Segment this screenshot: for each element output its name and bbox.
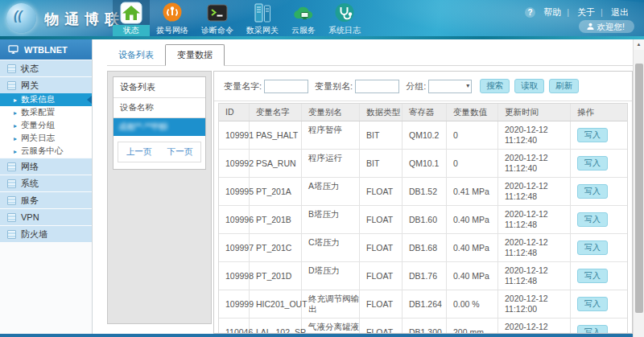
nav-item-cloud-service[interactable]: 云服务: [285, 0, 322, 36]
scroll-up-arrow-icon[interactable]: ▲: [634, 39, 644, 50]
cell-value: 0.40 MPa: [447, 262, 498, 290]
nav-label: 数采网关: [240, 25, 285, 36]
device-panel-title: 设备列表: [114, 77, 205, 98]
cell-operation: 写入: [571, 178, 627, 205]
nav-item-diagnostic-command[interactable]: 诊断命令: [195, 0, 240, 36]
group-label: 分组:: [406, 80, 426, 92]
nav-item-data-gateway[interactable]: 数采网关: [240, 0, 285, 36]
vertical-scrollbar[interactable]: ▲: [633, 39, 644, 337]
device-name: 成都**-**甲醇: [118, 121, 168, 131]
col-header-name: 变量名字: [250, 104, 302, 121]
scrollbar-thumb[interactable]: [635, 64, 643, 313]
write-button[interactable]: 写入: [577, 212, 608, 227]
list-icon: [7, 213, 16, 222]
help-link[interactable]: 帮助: [538, 7, 567, 17]
cell-value: 0.41 MPa: [447, 178, 498, 205]
cell-type: FLOAT: [360, 290, 402, 318]
filter-bar: 变量名字: 变量别名: 分组: ▾ 搜索 读取 刷新: [214, 72, 632, 101]
cell-updated: 2020-12-12 11:12:00: [498, 319, 571, 334]
cell-alias: A塔压力: [302, 178, 360, 205]
sidebar-item-vpn[interactable]: VPN: [0, 209, 92, 225]
about-link[interactable]: 关于: [572, 7, 601, 17]
top-right-links: ? 帮助| 关于| 退出: [525, 6, 634, 18]
variable-alias-input[interactable]: [355, 80, 399, 93]
nav-label: 系统日志: [322, 25, 367, 36]
cell-alias: B塔压力: [302, 206, 360, 233]
tab-variable-data[interactable]: 变量数据: [165, 44, 225, 66]
write-button[interactable]: 写入: [577, 240, 608, 255]
col-header-register: 寄存器: [402, 104, 447, 121]
table-row: 109998PT_201DD塔压力FLOATDB1.760.40 MPa2020…: [219, 262, 627, 290]
device-list-panel: 设备列表 设备名称 成都**-**甲醇 上一页 下一页: [107, 71, 212, 324]
sidebar-item-gateway[interactable]: 网关: [0, 77, 92, 93]
dial-network-icon: [161, 2, 184, 27]
banner-bottom-strip: [0, 36, 644, 39]
cell-id: 109991: [219, 121, 250, 149]
device-prev-page-link[interactable]: 上一页: [126, 146, 152, 158]
sidebar-subitem-label: 数采信息: [21, 94, 55, 105]
cell-type: FLOAT: [360, 262, 402, 290]
write-button[interactable]: 写入: [577, 128, 608, 142]
sidebar-item-label: 网关: [21, 80, 39, 92]
device-next-page-link[interactable]: 下一页: [167, 146, 193, 158]
sidebar-subitem-data-collection-config[interactable]: ▸ 数采配置: [0, 106, 92, 119]
cell-register: QM10.2: [402, 121, 447, 149]
cell-type: FLOAT: [360, 319, 402, 334]
sidebar-item-firewall[interactable]: 防火墙: [0, 226, 92, 242]
write-button[interactable]: 写入: [577, 156, 608, 171]
sidebar-item-status[interactable]: 状态: [0, 60, 92, 76]
sidebar-item-service[interactable]: 服务: [0, 192, 92, 208]
cell-register: DB1.68: [402, 234, 447, 261]
cell-operation: 写入: [571, 290, 627, 318]
table-row: 109999HIC201_OUT终充调节阀输出FLOATDB1.2640.00 …: [219, 290, 627, 319]
cell-value: 0.40 MPa: [447, 206, 498, 233]
write-button[interactable]: 写入: [577, 325, 608, 334]
top-banner: (( 物通博联 状态 拨号网络 诊断命令 数采网关: [0, 0, 644, 36]
cell-alias: D塔压力: [302, 262, 360, 290]
cell-name: PSA_RUN: [250, 150, 302, 177]
sidebar-subitem-cloud-center[interactable]: ▸ 云服务中心: [0, 145, 92, 158]
cell-type: BIT: [360, 121, 402, 149]
cell-alias: 程序暂停: [302, 121, 360, 149]
list-icon: [7, 162, 16, 171]
device-list-item-selected[interactable]: 成都**-**甲醇: [114, 118, 205, 136]
search-button[interactable]: 搜索: [480, 79, 510, 93]
variable-alias-label: 变量别名:: [315, 80, 353, 92]
user-icon: [587, 23, 594, 30]
tab-device-list[interactable]: 设备列表: [107, 45, 165, 65]
col-header-value: 变量数值: [447, 104, 498, 121]
sidebar-subitem-label: 网关日志: [21, 133, 55, 144]
sidebar-item-network[interactable]: 网络: [0, 158, 92, 175]
cell-updated: 2020-12-12 11:12:48: [498, 262, 571, 290]
refresh-button[interactable]: 刷新: [549, 79, 579, 93]
logout-link[interactable]: 退出: [605, 7, 634, 17]
col-header-operation: 操作: [571, 104, 627, 121]
sidebar-subitem-variable-group[interactable]: ▸ 变量分组: [0, 119, 92, 132]
col-header-id: ID: [219, 104, 250, 121]
nav-item-system-log[interactable]: 系统日志: [322, 0, 367, 36]
group-select[interactable]: ▾: [428, 80, 472, 93]
col-header-alias: 变量别名: [302, 104, 360, 121]
write-button[interactable]: 写入: [577, 297, 608, 311]
sidebar-subitem-data-collection-info[interactable]: ▸ 数采信息: [0, 93, 92, 106]
sidebar-item-label: 防火墙: [21, 228, 47, 240]
cell-operation: 写入: [571, 150, 627, 177]
cell-id: 109997: [219, 234, 250, 261]
cell-updated: 2020-12-12 11:12:48: [498, 178, 571, 205]
cell-id: 109999: [219, 290, 250, 318]
read-button[interactable]: 读取: [514, 79, 544, 93]
variable-name-input[interactable]: [264, 80, 308, 93]
arrow-bullet-icon: ▸: [14, 122, 17, 129]
write-button[interactable]: 写入: [577, 269, 608, 283]
nav-item-status[interactable]: 状态: [113, 0, 150, 36]
nav-item-dial-network[interactable]: 拨号网络: [150, 0, 195, 36]
sidebar-item-system[interactable]: 系统: [0, 175, 92, 191]
cell-updated: 2020-12-12 11:12:48: [498, 234, 571, 261]
sidebar-subitem-gateway-log[interactable]: ▸ 网关日志: [0, 132, 92, 145]
sidebar-subitem-label: 数采配置: [21, 107, 55, 118]
cell-type: BIT: [360, 150, 402, 177]
nav-label: 诊断命令: [195, 25, 240, 36]
write-button[interactable]: 写入: [577, 184, 608, 199]
cell-updated: 2020-12-12 11:12:00: [498, 290, 571, 318]
welcome-user-button[interactable]: 欢迎您!: [579, 20, 634, 33]
